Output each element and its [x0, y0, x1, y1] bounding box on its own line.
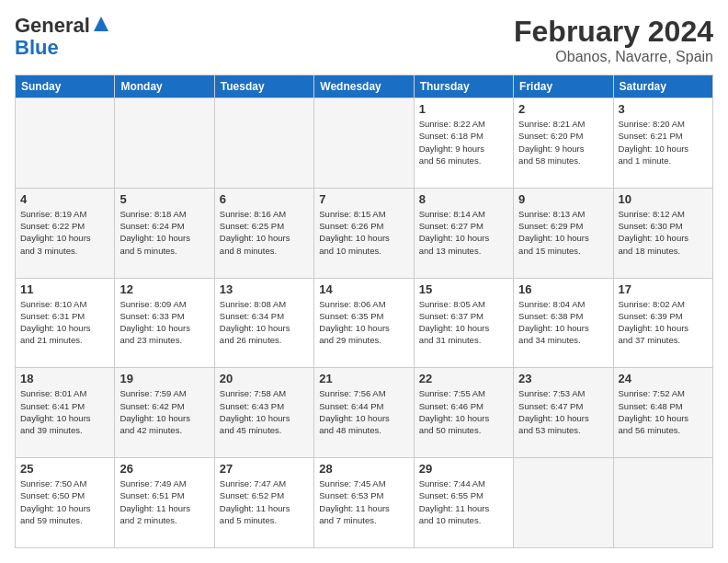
- table-row: 11Sunrise: 8:10 AM Sunset: 6:31 PM Dayli…: [16, 278, 115, 368]
- day-number: 1: [419, 102, 508, 116]
- table-row: 15Sunrise: 8:05 AM Sunset: 6:37 PM Dayli…: [414, 278, 513, 368]
- calendar-row: 11Sunrise: 8:10 AM Sunset: 6:31 PM Dayli…: [16, 278, 713, 368]
- table-row: 1Sunrise: 8:22 AM Sunset: 6:18 PM Daylig…: [414, 98, 513, 189]
- day-number: 28: [319, 462, 408, 476]
- calendar-row: 4Sunrise: 8:19 AM Sunset: 6:22 PM Daylig…: [16, 188, 713, 278]
- day-info: Sunrise: 8:14 AM Sunset: 6:27 PM Dayligh…: [419, 208, 508, 257]
- day-number: 7: [319, 192, 408, 206]
- table-row: 14Sunrise: 8:06 AM Sunset: 6:35 PM Dayli…: [314, 278, 414, 368]
- day-info: Sunrise: 7:45 AM Sunset: 6:53 PM Dayligh…: [319, 477, 408, 526]
- day-number: 12: [119, 282, 209, 296]
- day-info: Sunrise: 7:55 AM Sunset: 6:46 PM Dayligh…: [419, 387, 508, 436]
- table-row: [314, 98, 414, 189]
- day-info: Sunrise: 8:15 AM Sunset: 6:26 PM Dayligh…: [319, 208, 408, 257]
- day-number: 10: [619, 192, 708, 206]
- table-row: 2Sunrise: 8:21 AM Sunset: 6:20 PM Daylig…: [514, 98, 613, 189]
- svg-marker-0: [94, 17, 108, 31]
- main-title: February 2024: [514, 15, 713, 49]
- day-info: Sunrise: 7:56 AM Sunset: 6:44 PM Dayligh…: [319, 387, 408, 436]
- day-number: 25: [20, 462, 109, 476]
- day-info: Sunrise: 8:05 AM Sunset: 6:37 PM Dayligh…: [419, 298, 508, 347]
- day-info: Sunrise: 7:58 AM Sunset: 6:43 PM Dayligh…: [220, 387, 309, 436]
- table-row: [214, 98, 313, 189]
- subtitle: Obanos, Navarre, Spain: [514, 49, 713, 65]
- day-info: Sunrise: 8:12 AM Sunset: 6:30 PM Dayligh…: [619, 208, 708, 257]
- day-info: Sunrise: 8:13 AM Sunset: 6:29 PM Dayligh…: [518, 208, 608, 257]
- table-row: 4Sunrise: 8:19 AM Sunset: 6:22 PM Daylig…: [16, 188, 115, 278]
- day-info: Sunrise: 8:06 AM Sunset: 6:35 PM Dayligh…: [319, 298, 408, 347]
- calendar-row: 25Sunrise: 7:50 AM Sunset: 6:50 PM Dayli…: [16, 458, 713, 548]
- day-number: 15: [419, 282, 508, 296]
- table-row: 28Sunrise: 7:45 AM Sunset: 6:53 PM Dayli…: [314, 458, 414, 548]
- table-row: 5Sunrise: 8:18 AM Sunset: 6:24 PM Daylig…: [115, 188, 214, 278]
- table-row: 19Sunrise: 7:59 AM Sunset: 6:42 PM Dayli…: [115, 368, 214, 458]
- weekday-saturday: Saturday: [613, 75, 712, 98]
- day-number: 5: [119, 192, 209, 206]
- header: General Blue February 2024 Obanos, Navar…: [15, 15, 713, 65]
- day-number: 26: [119, 462, 209, 476]
- logo: General Blue: [15, 15, 110, 59]
- day-info: Sunrise: 8:04 AM Sunset: 6:38 PM Dayligh…: [518, 298, 608, 347]
- table-row: [514, 458, 613, 548]
- weekday-thursday: Thursday: [414, 75, 513, 98]
- day-info: Sunrise: 8:16 AM Sunset: 6:25 PM Dayligh…: [220, 208, 309, 257]
- table-row: 6Sunrise: 8:16 AM Sunset: 6:25 PM Daylig…: [214, 188, 313, 278]
- table-row: 24Sunrise: 7:52 AM Sunset: 6:48 PM Dayli…: [613, 368, 712, 458]
- day-number: 21: [319, 372, 408, 385]
- day-info: Sunrise: 7:53 AM Sunset: 6:47 PM Dayligh…: [518, 387, 608, 436]
- table-row: 27Sunrise: 7:47 AM Sunset: 6:52 PM Dayli…: [214, 458, 313, 548]
- day-info: Sunrise: 7:50 AM Sunset: 6:50 PM Dayligh…: [20, 477, 109, 526]
- table-row: [613, 458, 712, 548]
- day-number: 27: [220, 462, 309, 476]
- table-row: 17Sunrise: 8:02 AM Sunset: 6:39 PM Dayli…: [613, 278, 712, 368]
- day-info: Sunrise: 8:10 AM Sunset: 6:31 PM Dayligh…: [20, 298, 109, 347]
- day-info: Sunrise: 8:21 AM Sunset: 6:20 PM Dayligh…: [518, 118, 608, 167]
- table-row: 25Sunrise: 7:50 AM Sunset: 6:50 PM Dayli…: [16, 458, 115, 548]
- day-number: 19: [119, 372, 209, 385]
- day-info: Sunrise: 8:01 AM Sunset: 6:41 PM Dayligh…: [20, 387, 109, 436]
- day-number: 9: [518, 192, 608, 206]
- day-info: Sunrise: 7:59 AM Sunset: 6:42 PM Dayligh…: [119, 387, 209, 436]
- logo-text-general: General: [15, 15, 90, 37]
- day-number: 4: [20, 192, 109, 206]
- weekday-friday: Friday: [514, 75, 613, 98]
- table-row: 23Sunrise: 7:53 AM Sunset: 6:47 PM Dayli…: [514, 368, 613, 458]
- calendar-header-row: Sunday Monday Tuesday Wednesday Thursday…: [16, 75, 713, 98]
- table-row: [115, 98, 214, 189]
- table-row: 3Sunrise: 8:20 AM Sunset: 6:21 PM Daylig…: [613, 98, 712, 189]
- table-row: 16Sunrise: 8:04 AM Sunset: 6:38 PM Dayli…: [514, 278, 613, 368]
- day-info: Sunrise: 8:09 AM Sunset: 6:33 PM Dayligh…: [119, 298, 209, 347]
- day-info: Sunrise: 8:02 AM Sunset: 6:39 PM Dayligh…: [619, 298, 708, 347]
- table-row: 21Sunrise: 7:56 AM Sunset: 6:44 PM Dayli…: [314, 368, 414, 458]
- day-number: 20: [220, 372, 309, 385]
- day-info: Sunrise: 8:22 AM Sunset: 6:18 PM Dayligh…: [419, 118, 508, 167]
- table-row: 12Sunrise: 8:09 AM Sunset: 6:33 PM Dayli…: [115, 278, 214, 368]
- table-row: 22Sunrise: 7:55 AM Sunset: 6:46 PM Dayli…: [414, 368, 513, 458]
- day-info: Sunrise: 7:49 AM Sunset: 6:51 PM Dayligh…: [119, 477, 209, 526]
- table-row: 29Sunrise: 7:44 AM Sunset: 6:55 PM Dayli…: [414, 458, 513, 548]
- calendar-row: 18Sunrise: 8:01 AM Sunset: 6:41 PM Dayli…: [16, 368, 713, 458]
- calendar-row: 1Sunrise: 8:22 AM Sunset: 6:18 PM Daylig…: [16, 98, 713, 189]
- day-number: 13: [220, 282, 309, 296]
- weekday-monday: Monday: [115, 75, 214, 98]
- day-number: 3: [619, 102, 708, 116]
- day-number: 17: [619, 282, 708, 296]
- day-number: 14: [319, 282, 408, 296]
- day-number: 6: [220, 192, 309, 206]
- day-info: Sunrise: 8:18 AM Sunset: 6:24 PM Dayligh…: [119, 208, 209, 257]
- day-number: 18: [20, 372, 109, 385]
- table-row: 13Sunrise: 8:08 AM Sunset: 6:34 PM Dayli…: [214, 278, 313, 368]
- day-info: Sunrise: 8:19 AM Sunset: 6:22 PM Dayligh…: [20, 208, 109, 257]
- table-row: 10Sunrise: 8:12 AM Sunset: 6:30 PM Dayli…: [613, 188, 712, 278]
- table-row: 9Sunrise: 8:13 AM Sunset: 6:29 PM Daylig…: [514, 188, 613, 278]
- title-block: February 2024 Obanos, Navarre, Spain: [514, 15, 713, 65]
- day-number: 2: [518, 102, 608, 116]
- table-row: 7Sunrise: 8:15 AM Sunset: 6:26 PM Daylig…: [314, 188, 414, 278]
- day-number: 23: [518, 372, 608, 385]
- day-info: Sunrise: 8:08 AM Sunset: 6:34 PM Dayligh…: [220, 298, 309, 347]
- calendar: Sunday Monday Tuesday Wednesday Thursday…: [15, 75, 713, 548]
- table-row: [16, 98, 115, 189]
- logo-text-blue: Blue: [15, 37, 110, 59]
- day-number: 16: [518, 282, 608, 296]
- weekday-tuesday: Tuesday: [214, 75, 313, 98]
